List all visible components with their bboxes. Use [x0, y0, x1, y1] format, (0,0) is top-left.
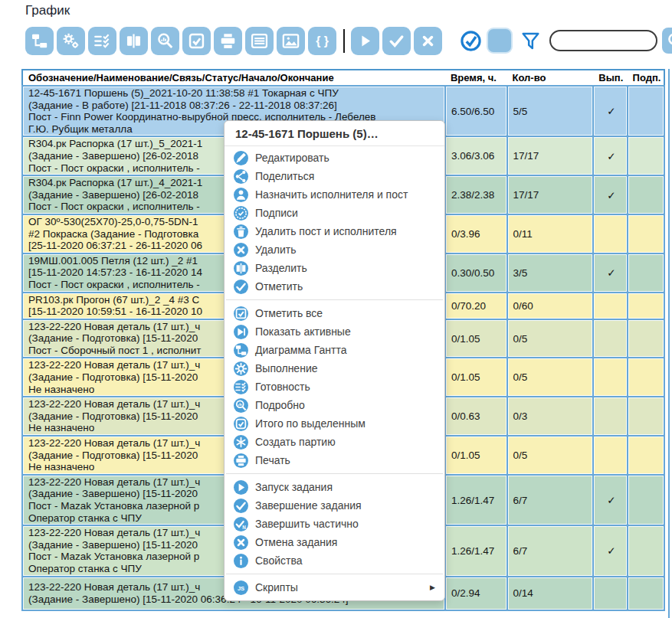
menu-item-checklist[interactable]: Готовность	[225, 378, 444, 396]
menu-item-pencil[interactable]: Редактировать	[225, 149, 444, 167]
menu-separator	[226, 473, 443, 474]
checklist-icon	[92, 31, 113, 51]
menu-item-play[interactable]: Запуск задания	[225, 478, 444, 496]
magnifier-icon	[665, 31, 672, 51]
menu-item-label: Отметить все	[255, 307, 323, 319]
menu-item-x[interactable]: Отмена задания	[225, 533, 444, 551]
toolbar-button-x-icon[interactable]	[414, 27, 442, 55]
flowchart-icon	[234, 343, 248, 358]
menu-item-person[interactable]: Назначить исполнителя и пост	[225, 185, 444, 204]
toolbar-button-braces-icon[interactable]: { }	[308, 27, 336, 55]
toolbar-button-split-panel-icon[interactable]	[120, 27, 148, 55]
toolbar-button-play-icon[interactable]	[351, 27, 379, 55]
table-right-edge-line	[668, 69, 670, 618]
menu-item-label: Завершить частично	[255, 518, 359, 530]
toolbar-button-image-icon[interactable]	[277, 27, 305, 55]
cell-qty: 17/17	[507, 175, 594, 214]
split-icon	[234, 261, 248, 276]
cell-signed	[628, 136, 664, 175]
checklist-icon	[234, 380, 248, 394]
svg-text:JS: JS	[238, 584, 244, 591]
menu-item-label: Показать активные	[255, 325, 351, 338]
toolbar-button-checkbox-icon[interactable]	[182, 27, 211, 55]
check-n-icon: N	[234, 517, 248, 531]
cell-done	[593, 397, 627, 436]
play-bar-icon	[234, 325, 248, 339]
cell-done: ✓	[593, 136, 627, 175]
menu-item-play-bar[interactable]: Показать активные	[225, 322, 444, 341]
search-input[interactable]	[549, 30, 657, 51]
toolbar-divider	[343, 29, 345, 53]
cell-qty: 0/11	[507, 214, 594, 253]
menu-item-check[interactable]: Завершение задания	[225, 496, 444, 515]
menu-separator	[226, 299, 443, 300]
cell-time: 2.38/2.38	[445, 175, 507, 214]
printer-icon	[234, 453, 248, 468]
cell-time: 1.26/1.47	[445, 475, 507, 525]
menu-item-check-square[interactable]: Итого по выделенным	[225, 414, 444, 433]
submenu-arrow-icon: ▶	[430, 584, 435, 591]
gear-icon	[234, 361, 248, 376]
cell-done	[593, 577, 627, 610]
toolbar-button-funnel-icon[interactable]	[517, 28, 543, 54]
menu-item-label: Разделить	[255, 262, 307, 274]
menu-item-label: Скрипты	[255, 581, 298, 593]
cell-qty: 17/17	[507, 136, 594, 175]
toolbar-button-magnifier-chart-icon[interactable]	[151, 27, 179, 55]
cell-qty: 0/14	[507, 577, 594, 610]
menu-item-badge-check[interactable]: Подписи	[225, 204, 444, 222]
menu-item-split[interactable]: Разделить	[225, 259, 444, 277]
cell-signed	[628, 175, 664, 214]
menu-item-gear[interactable]: Выполнение	[225, 359, 444, 378]
cell-qty: 5/5	[507, 86, 594, 136]
menu-item-share[interactable]: Поделиться	[225, 167, 444, 185]
menu-item-checkbox[interactable]: Отметить все	[225, 304, 444, 322]
cell-done	[593, 293, 627, 319]
toolbar-button-checklist-icon[interactable]	[88, 27, 116, 55]
toolbar-button-check-circle-icon[interactable]	[457, 28, 484, 54]
menu-item-magnifier-chart[interactable]: Подробно	[225, 396, 444, 414]
menu-item-label: Подробно	[255, 399, 305, 411]
toolbar-button-printer-icon[interactable]	[214, 27, 242, 55]
menu-item-check[interactable]: Отметить	[225, 277, 444, 296]
menu-item-info[interactable]: Свойства	[225, 551, 444, 570]
menu-item-label: Выполнение	[255, 362, 317, 374]
braces-icon: { }	[312, 31, 333, 51]
table-header-row: Обозначение/Наименование/Связь/Статус/На…	[22, 70, 664, 86]
cell-qty: 0/5	[507, 319, 594, 358]
menu-item-trash[interactable]: Удалить пост и исполнителя	[225, 222, 444, 240]
menu-item-label: Завершение задания	[255, 499, 362, 512]
magnifier-chart-icon	[234, 398, 248, 413]
menu-item-js[interactable]: JSСкрипты▶	[225, 578, 444, 597]
menu-item-x[interactable]: Удалить	[225, 240, 444, 259]
menu-item-asterisk[interactable]: Создать партию	[225, 433, 444, 451]
play-icon	[234, 480, 248, 495]
menu-item-label: Удалить	[255, 244, 296, 256]
x-icon	[418, 31, 438, 51]
menu-item-label: Отметить	[255, 280, 303, 293]
js-icon: JS	[234, 580, 248, 595]
split-icon	[234, 261, 248, 276]
cell-signed	[628, 214, 664, 253]
check-icon	[234, 280, 248, 294]
menu-item-flowchart[interactable]: Диаграмма Гантта	[225, 341, 444, 359]
cell-qty: 6/7	[507, 525, 594, 576]
search-button[interactable]	[662, 28, 672, 54]
menu-item-check-n[interactable]: NЗавершить частично	[225, 515, 444, 533]
toolbar-button-list-icon[interactable]	[245, 27, 274, 55]
check-square-icon	[234, 417, 248, 431]
toolbar-button-square-toggle-icon[interactable]	[488, 29, 511, 52]
context-menu: 12-45-1671 Поршень (5)… РедактироватьПод…	[224, 120, 445, 601]
cell-done	[593, 214, 627, 253]
info-icon	[234, 554, 248, 568]
toolbar-button-gears-icon[interactable]	[57, 27, 85, 55]
context-menu-title: 12-45-1671 Поршень (5)…	[225, 121, 444, 146]
designation-line: 12-45-1671 Поршень (5)_2021-10-20 11:38:…	[28, 87, 441, 100]
share-icon	[234, 169, 248, 184]
menu-item-printer[interactable]: Печать	[225, 451, 444, 469]
cell-qty: 3/5	[507, 253, 594, 293]
toolbar-button-flowchart-icon[interactable]	[25, 27, 54, 55]
toolbar-button-check-icon[interactable]	[382, 27, 411, 55]
cell-time: 0/1.05	[445, 436, 507, 475]
svg-text:{ }: { }	[316, 34, 329, 47]
